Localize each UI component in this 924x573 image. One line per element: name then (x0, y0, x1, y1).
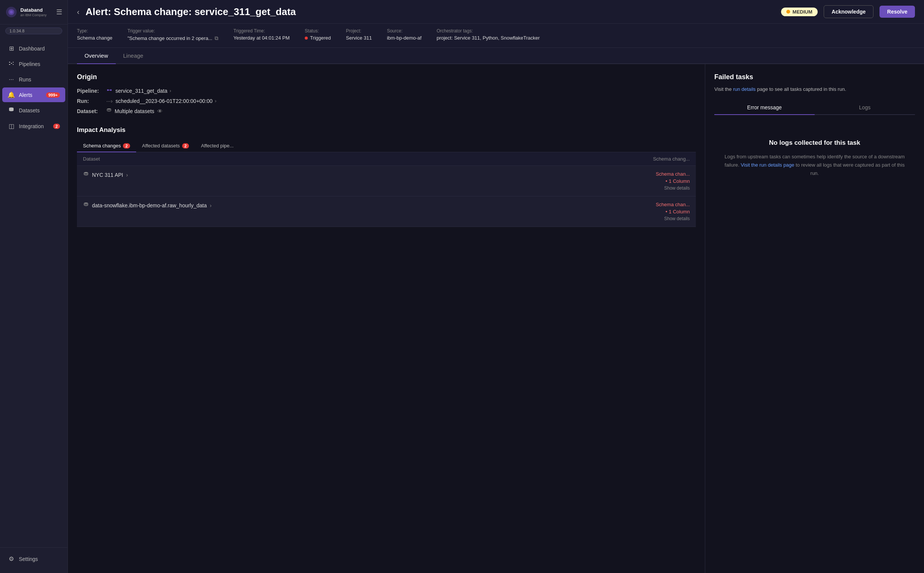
run-label: Run: (77, 98, 104, 104)
eye-icon[interactable]: 👁 (157, 108, 163, 114)
dataset-icon (107, 108, 111, 114)
origin-title: Origin (77, 73, 696, 81)
no-logs-run-details-link[interactable]: Visit the run details page (741, 162, 794, 168)
error-tab-logs[interactable]: Logs (815, 101, 915, 115)
type-label: Type: (77, 28, 112, 34)
logo-area: Databand an IBM Company (5, 6, 47, 18)
alert-meta: Type: Schema change Trigger value: "Sche… (68, 24, 924, 48)
error-tabs: Error message Logs (714, 101, 915, 115)
alert-header: ‹ Alert: Schema change: service_311_get_… (68, 0, 924, 24)
error-tab-message[interactable]: Error message (714, 101, 815, 115)
alerts-badge: 999+ (46, 92, 60, 98)
no-logs-title: No logs collected for this task (722, 139, 907, 147)
impact-tab-affected-pipelines[interactable]: Affected pipe... (195, 140, 240, 152)
runs-icon: ··· (8, 76, 15, 83)
dataset-icon-1 (83, 171, 89, 178)
impact-tab-schema-changes[interactable]: Schema changes 2 (77, 140, 136, 152)
resolve-button[interactable]: Resolve (880, 6, 915, 18)
origin-pipeline-row: Pipeline: service_311_get_data › (77, 87, 696, 94)
sidebar-item-label: Integration (19, 123, 44, 129)
run-details-link[interactable]: run details (733, 86, 756, 92)
trigger-label: Trigger value: (127, 28, 218, 34)
source-value: ibm-bp-demo-af (387, 35, 422, 41)
impact-tabs: Schema changes 2 Affected datasets 2 Aff… (77, 140, 696, 152)
dashboard-icon: ⊞ (8, 45, 15, 52)
severity-dot (786, 10, 790, 14)
show-details-1[interactable]: Show details (664, 185, 690, 191)
copy-icon[interactable]: ⧉ (215, 35, 218, 41)
logo-sub: an IBM Company (20, 13, 47, 17)
impact-tab-affected-datasets[interactable]: Affected datasets 2 (136, 140, 195, 152)
run-value: scheduled__2023-06-01T22:00:00+00:00 › (115, 98, 216, 104)
tab-lineage[interactable]: Lineage (116, 48, 151, 64)
schema-col-1: • 1 Column (666, 178, 690, 184)
schema-change-1: Schema chan... (656, 171, 690, 177)
impact-title: Impact Analysis (77, 126, 696, 134)
svg-point-7 (107, 108, 111, 110)
meta-project: Project: Service 311 (346, 28, 372, 41)
bullet-1: • (666, 178, 668, 184)
sidebar-item-integration[interactable]: ◫ Integration 2 (2, 119, 65, 133)
project-value: Service 311 (346, 35, 372, 41)
schema-changes-badge: 2 (123, 143, 130, 149)
impact-table-header: Dataset Schema chang... (77, 152, 696, 166)
orchestrator-value: project: Service 311, Python, SnowflakeT… (437, 35, 540, 41)
sidebar-item-pipelines[interactable]: Pipelines (2, 56, 65, 72)
sidebar-item-label: Datasets (19, 108, 39, 113)
nav-items: ⊞ Dashboard Pipelines ··· Runs 🔔 Alerts … (0, 37, 67, 547)
show-details-2[interactable]: Show details (664, 216, 690, 221)
severity-badge: MEDIUM (781, 8, 817, 16)
hamburger-icon[interactable]: ☰ (56, 8, 62, 16)
dataset-cell-2: data-snowflake.ibm-bp-demo-af.raw_hourly… (83, 202, 212, 209)
databand-logo (5, 6, 17, 18)
trigger-value: "Schema change occurred in 2 opera... (127, 36, 212, 41)
back-button[interactable]: ‹ (77, 8, 80, 16)
type-value: Schema change (77, 35, 112, 41)
pipeline-value: service_311_get_data › (115, 88, 171, 94)
run-chevron-icon: › (215, 99, 216, 104)
status-value: Triggered (305, 35, 331, 41)
orchestrator-label: Orchestrator tags: (437, 28, 540, 34)
meta-triggered-time: Triggered Time: Yesterday at 04:01:24 PM (234, 28, 290, 41)
sidebar-item-alerts[interactable]: 🔔 Alerts 999+ (2, 88, 65, 102)
meta-source: Source: ibm-bp-demo-af (387, 28, 422, 41)
table-row: NYC 311 API › Schema chan... • 1 Column … (77, 166, 696, 196)
project-label: Project: (346, 28, 372, 34)
dataset-value: Multiple datasets (115, 108, 154, 114)
severity-label: MEDIUM (792, 9, 813, 15)
sidebar-item-settings[interactable]: ⚙ Settings (2, 551, 65, 566)
trigger-value-container: "Schema change occurred in 2 opera... ⧉ (127, 35, 218, 41)
affected-datasets-label: Affected datasets (142, 143, 180, 149)
left-panel: Origin Pipeline: service_311_get_data › … (68, 64, 705, 573)
failed-tasks-title: Failed tasks (714, 73, 915, 81)
col-schema-label: Schema chang... (653, 156, 690, 162)
svg-rect-5 (110, 89, 111, 91)
alerts-icon: 🔔 (8, 91, 15, 99)
no-logs-desc: Logs from upstream tasks can sometimes h… (722, 153, 907, 178)
svg-rect-4 (107, 89, 108, 91)
sidebar-item-dashboard[interactable]: ⊞ Dashboard (2, 41, 65, 56)
affected-datasets-badge: 2 (182, 143, 189, 149)
meta-type: Type: Schema change (77, 28, 112, 41)
meta-trigger: Trigger value: "Schema change occurred i… (127, 28, 218, 41)
dataset-chevron-2: › (210, 202, 212, 208)
dataset-label: Dataset: (77, 108, 104, 114)
settings-icon: ⚙ (8, 555, 15, 562)
schema-changes-label: Schema changes (83, 143, 121, 149)
sidebar-item-datasets[interactable]: Datasets (2, 103, 65, 118)
chevron-right-icon: › (170, 88, 171, 94)
sidebar-item-label: Settings (19, 556, 38, 562)
bullet-2: • (666, 209, 668, 214)
origin-run-row: Run: ···› scheduled__2023-06-01T22:00:00… (77, 98, 696, 104)
acknowledge-button[interactable]: Acknowledge (824, 5, 874, 18)
sidebar-item-runs[interactable]: ··· Runs (2, 72, 65, 87)
sidebar-item-label: Alerts (19, 92, 33, 98)
run-dots-icon: ···› (107, 98, 112, 104)
sidebar: Databand an IBM Company ☰ 1.0.34.8 ⊞ Das… (0, 0, 68, 573)
sidebar-item-label: Runs (19, 77, 31, 83)
tab-overview[interactable]: Overview (77, 48, 116, 64)
triggered-time-label: Triggered Time: (234, 28, 290, 34)
meta-orchestrator: Orchestrator tags: project: Service 311,… (437, 28, 540, 41)
col-dataset-label: Dataset (83, 156, 100, 162)
version-badge: 1.0.34.8 (5, 28, 62, 34)
